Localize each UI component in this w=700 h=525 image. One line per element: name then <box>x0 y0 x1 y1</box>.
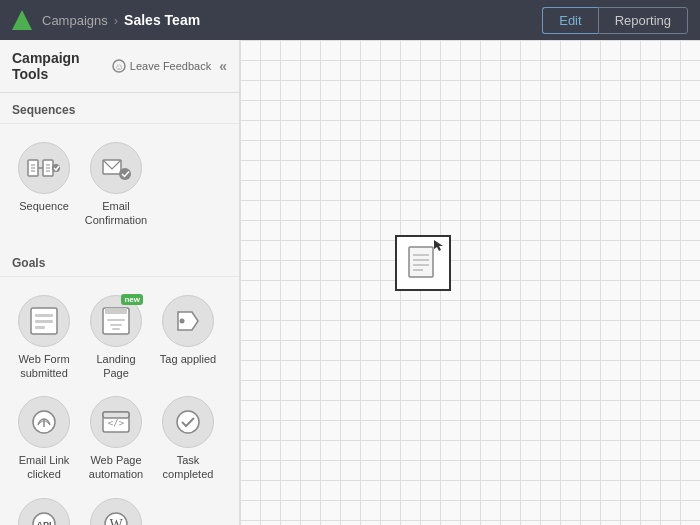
svg-marker-40 <box>434 240 443 251</box>
tool-web-form[interactable]: Web Form submitted <box>8 287 80 389</box>
landing-icon: new <box>90 295 142 347</box>
breadcrumb-current: Sales Team <box>124 12 200 28</box>
svg-point-29 <box>177 411 199 433</box>
svg-point-13 <box>119 168 131 180</box>
sequences-grid: Sequence Email Confirmation <box>0 124 239 246</box>
tool-webpage-auto[interactable]: </> Web Page automation <box>80 388 152 490</box>
header-actions: Edit Reporting <box>542 7 688 34</box>
feedback-icon: ☺ <box>112 59 126 73</box>
reporting-button[interactable]: Reporting <box>598 7 688 34</box>
email-link-label: Email Link clicked <box>12 453 76 482</box>
sequence-label: Sequence <box>19 199 69 213</box>
tool-task-completed[interactable]: Task completed <box>152 388 224 490</box>
collapse-sidebar-button[interactable]: « <box>219 58 227 74</box>
edit-button[interactable]: Edit <box>542 7 597 34</box>
main-layout: Campaign Tools ☺ Leave Feedback « Sequen… <box>0 40 700 525</box>
tool-sequence[interactable]: Sequence <box>8 134 80 236</box>
api-icon: API <box>18 498 70 525</box>
tool-email-link[interactable]: Email Link clicked <box>8 388 80 490</box>
sequence-icon <box>18 142 70 194</box>
webpage-auto-label: Web Page automation <box>84 453 148 482</box>
campaign-tools-sidebar: Campaign Tools ☺ Leave Feedback « Sequen… <box>0 40 240 525</box>
svg-rect-15 <box>35 314 53 317</box>
goals-label: Goals <box>0 246 239 277</box>
svg-rect-20 <box>107 319 125 321</box>
canvas-sequence-item[interactable] <box>395 235 451 291</box>
tool-tag-applied[interactable]: Tag applied <box>152 287 224 389</box>
tag-icon <box>162 295 214 347</box>
emaillink-icon <box>18 396 70 448</box>
task-completed-label: Task completed <box>156 453 220 482</box>
wordpress-icon: W <box>90 498 142 525</box>
breadcrumb-parent[interactable]: Campaigns <box>42 13 108 28</box>
campaign-canvas[interactable] <box>240 40 700 525</box>
cursor-icon <box>433 239 445 251</box>
webform-label: Web Form submitted <box>12 352 76 381</box>
app-header: Campaigns › Sales Team Edit Reporting <box>0 0 700 40</box>
svg-rect-17 <box>35 326 45 329</box>
tool-email-confirmation[interactable]: Email Confirmation <box>80 134 152 236</box>
new-badge: new <box>121 294 143 305</box>
webform-icon <box>18 295 70 347</box>
svg-text:W: W <box>109 517 123 525</box>
svg-text:API: API <box>36 520 51 525</box>
email-confirm-icon <box>90 142 142 194</box>
svg-point-23 <box>180 318 185 323</box>
svg-rect-16 <box>35 320 53 323</box>
svg-rect-22 <box>112 328 120 330</box>
goals-grid: Web Form submitted new Land <box>0 277 239 525</box>
sequences-label: Sequences <box>0 93 239 124</box>
tool-landing-page[interactable]: new Landing Page <box>80 287 152 389</box>
task-icon <box>162 396 214 448</box>
sequences-section: Sequences <box>0 93 239 246</box>
sidebar-header: Campaign Tools ☺ Leave Feedback « <box>0 40 239 93</box>
svg-text:</>: </> <box>108 418 125 428</box>
svg-rect-35 <box>409 247 433 277</box>
sidebar-title: Campaign Tools <box>12 50 112 82</box>
svg-rect-21 <box>110 324 122 326</box>
svg-text:☺: ☺ <box>114 62 123 72</box>
breadcrumb: Campaigns › Sales Team <box>12 10 200 30</box>
email-confirmation-label: Email Confirmation <box>84 199 148 228</box>
webpage-icon: </> <box>90 396 142 448</box>
tag-applied-label: Tag applied <box>160 352 216 366</box>
tool-api[interactable]: API API <box>8 490 80 525</box>
leave-feedback-button[interactable]: ☺ Leave Feedback <box>112 59 211 73</box>
app-logo-icon <box>12 10 32 30</box>
svg-rect-19 <box>105 308 127 314</box>
landing-page-label: Landing Page <box>84 352 148 381</box>
goals-section: Goals Web Form submitted <box>0 246 239 525</box>
breadcrumb-separator: › <box>114 13 118 28</box>
tool-wordpress[interactable]: W WordPress Opt-In <box>80 490 152 525</box>
